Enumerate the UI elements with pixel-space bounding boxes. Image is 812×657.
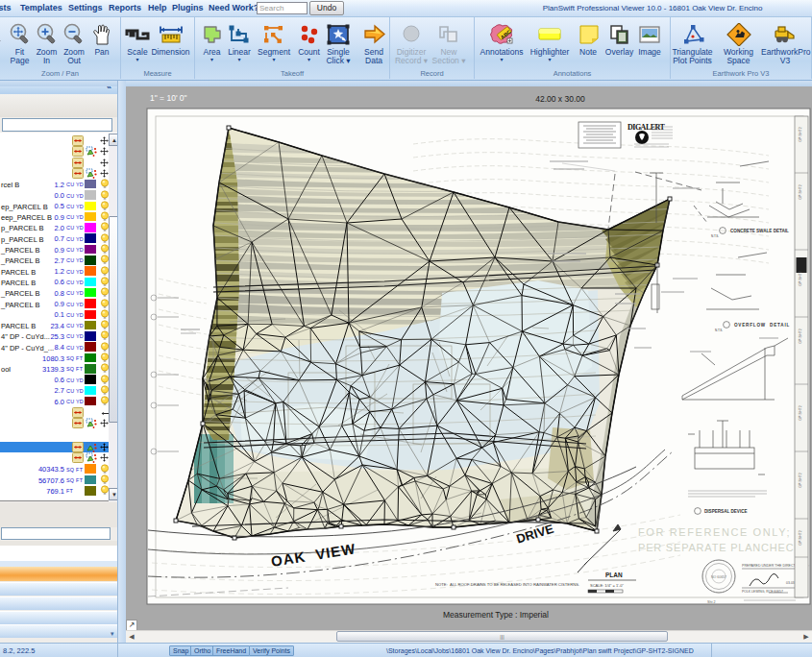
svg-text:SCALE: 1/4" = 1'-0": SCALE: 1/4" = 1'-0" xyxy=(590,583,624,588)
svg-text:NO 60657: NO 60657 xyxy=(711,575,726,579)
svg-text:DIGALERT: DIGALERT xyxy=(627,123,666,132)
svg-text:42.00 x 30.00: 42.00 x 30.00 xyxy=(535,94,585,104)
svg-text:Measurement Type : Imperial: Measurement Type : Imperial xyxy=(443,610,549,620)
svg-text:GP-SHT2: GP-SHT2 xyxy=(799,473,802,488)
svg-text:CONCRETE SWALE DETAIL: CONCRETE SWALE DETAIL xyxy=(730,229,789,233)
svg-text:Sht 2: Sht 2 xyxy=(707,600,715,604)
svg-text:NOTE: ALL ROOF DRAINS TO BE R: NOTE: ALL ROOF DRAINS TO BE RELEASED INT… xyxy=(435,582,579,587)
svg-text:GP-SHT2: GP-SHT2 xyxy=(799,127,802,142)
svg-text:GP-SHT2: GP-SHT2 xyxy=(799,530,802,546)
svg-text:N.T.S.: N.T.S. xyxy=(711,234,719,238)
svg-text:1" = 10' 0": 1" = 10' 0" xyxy=(150,93,187,103)
svg-text:POLK LEWING, RCE 60657: POLK LEWING, RCE 60657 xyxy=(742,590,783,594)
svg-text:GP-SHT2: GP-SHT2 xyxy=(799,328,802,344)
svg-text:GP-SHT2: GP-SHT2 xyxy=(799,405,802,421)
svg-text:DISPERSAL DEVICE: DISPERSAL DEVICE xyxy=(704,509,748,514)
svg-text:FOR REFERENCE ONLY;: FOR REFERENCE ONLY; xyxy=(638,526,791,538)
svg-text:GP-SHT2: GP-SHT2 xyxy=(799,271,802,286)
svg-text:PLAN: PLAN xyxy=(605,572,623,578)
svg-text:N.T.S.: N.T.S. xyxy=(715,328,723,332)
svg-text:OVERFLOW DETAIL: OVERFLOW DETAIL xyxy=(734,323,790,328)
svg-text:PER SEPARATE PLANCHECK: PER SEPARATE PLANCHECK xyxy=(638,542,802,553)
svg-text:GP-SHT2: GP-SHT2 xyxy=(799,184,802,200)
